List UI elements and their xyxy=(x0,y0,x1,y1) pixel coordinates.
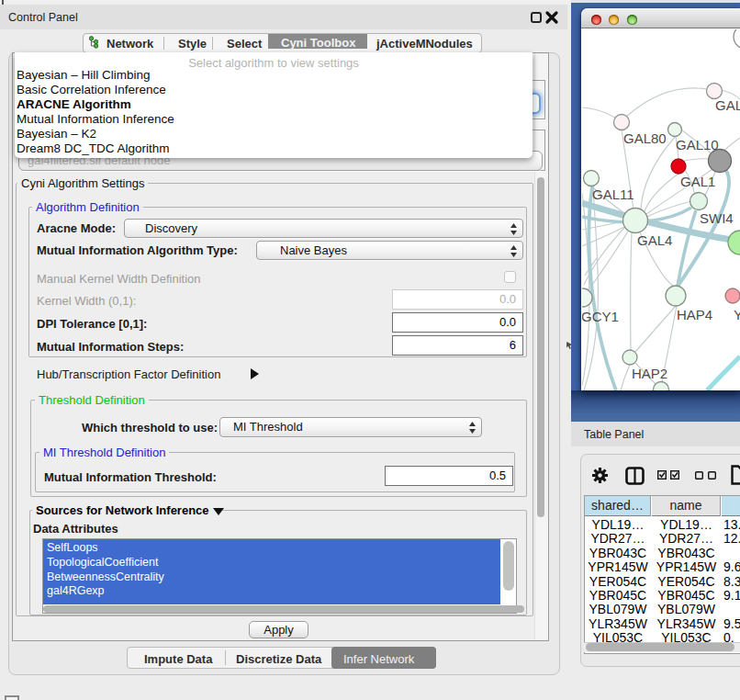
svg-text:GAL7: GAL7 xyxy=(715,97,740,113)
svg-text:GAL80: GAL80 xyxy=(623,130,667,146)
svg-text:GCY1: GCY1 xyxy=(582,309,619,324)
svg-text:YM: YM xyxy=(734,307,740,322)
svg-text:GAL11: GAL11 xyxy=(592,186,634,202)
svg-text:GAL1: GAL1 xyxy=(680,174,715,189)
svg-text:HAP2: HAP2 xyxy=(632,366,667,381)
svg-text:GAL4: GAL4 xyxy=(637,232,672,248)
svg-text:GAL10: GAL10 xyxy=(676,137,719,152)
svg-text:HAP4: HAP4 xyxy=(677,307,712,322)
svg-text:SWI4: SWI4 xyxy=(700,210,734,226)
